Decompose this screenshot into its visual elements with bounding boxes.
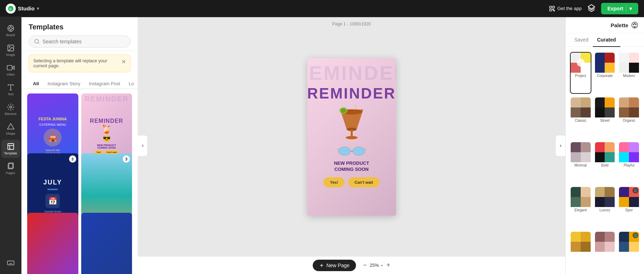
layers-button[interactable] bbox=[586, 3, 597, 14]
palette-swatch-elegant[interactable]: Elegant bbox=[570, 186, 591, 228]
palette-swatch-project[interactable]: ↻ Project bbox=[570, 52, 591, 94]
warning-banner: Selecting a template will replace your c… bbox=[29, 54, 131, 72]
swatch-label-13 bbox=[571, 252, 591, 254]
palette-icon bbox=[631, 21, 638, 29]
svg-point-37 bbox=[346, 136, 357, 139]
zoom-in-button[interactable]: + bbox=[386, 261, 390, 269]
canvas-preview[interactable]: REMINDER REMINDER bbox=[307, 58, 396, 216]
zoom-value: 25% bbox=[370, 263, 379, 268]
palette-tabs: Saved Curated bbox=[566, 33, 644, 47]
get-app-button[interactable]: Get the app bbox=[549, 5, 582, 12]
svg-point-20 bbox=[10, 106, 12, 108]
cta-cant-button[interactable]: Can't wait bbox=[348, 177, 380, 187]
palette-swatch-13[interactable] bbox=[570, 231, 591, 269]
template-panel-title: Templates bbox=[29, 23, 131, 31]
swatch-label-14 bbox=[595, 252, 615, 254]
palette-swatch-14[interactable] bbox=[594, 231, 616, 269]
svg-rect-26 bbox=[7, 261, 14, 265]
svg-line-45 bbox=[337, 149, 338, 150]
element-icon bbox=[7, 103, 15, 111]
palette-swatch-luxury[interactable]: Luxury bbox=[594, 186, 616, 228]
swatch-label-bold: Bold bbox=[595, 162, 615, 168]
layers-icon bbox=[587, 4, 595, 12]
svg-point-43 bbox=[352, 147, 365, 155]
panel-collapse-button[interactable] bbox=[138, 135, 148, 157]
shape-icon bbox=[7, 123, 15, 131]
swatch-label-street: Street bbox=[595, 117, 615, 124]
svg-point-9 bbox=[9, 27, 12, 29]
palette-tab-curated[interactable]: Curated bbox=[593, 33, 620, 47]
sidebar-item-image[interactable]: Image bbox=[1, 41, 20, 59]
new-page-button[interactable]: New Page bbox=[313, 260, 356, 271]
zoom-chevron-icon bbox=[380, 264, 384, 267]
swatch-label-modern: Modern bbox=[619, 73, 639, 79]
palette-swatch-15[interactable]: 🌐 bbox=[618, 231, 640, 269]
sidebar-item-video[interactable]: Video bbox=[1, 61, 20, 79]
export-button[interactable]: Export ▾ bbox=[601, 3, 638, 14]
sidebar-item-keyboard[interactable] bbox=[1, 256, 20, 270]
tab-instagram-post[interactable]: Instagram Post bbox=[84, 79, 124, 89]
tab-lo[interactable]: Lo bbox=[125, 79, 138, 89]
swatch-label-elegant: Elegant bbox=[571, 207, 591, 213]
export-chevron[interactable]: ▾ bbox=[626, 6, 632, 11]
refresh-icon: ↻ bbox=[577, 59, 585, 67]
sidebar-item-element[interactable]: Element bbox=[1, 100, 20, 119]
svg-point-51 bbox=[634, 23, 635, 24]
palette-swatch-corporate[interactable]: Corporate bbox=[594, 52, 616, 94]
template-card-6[interactable]: JULY ● ● ● bbox=[81, 213, 132, 274]
logo-dropdown[interactable]: ▾ bbox=[37, 6, 39, 11]
palette-tab-saved[interactable]: Saved bbox=[570, 33, 593, 47]
template-panel: Templates Selecting a template will repl… bbox=[21, 17, 138, 274]
palette-swatch-bold[interactable]: Bold bbox=[594, 141, 616, 183]
pages-icon bbox=[7, 162, 15, 170]
image-icon bbox=[7, 44, 15, 52]
sidebar-item-pages[interactable]: Pages bbox=[1, 159, 20, 178]
warning-close-button[interactable]: ✕ bbox=[121, 58, 126, 65]
logo[interactable]: G Studio ▾ bbox=[6, 4, 39, 14]
tab-instagram-story[interactable]: Instagram Story bbox=[43, 79, 85, 89]
right-panel-expand-button[interactable] bbox=[555, 135, 565, 157]
template-card-5[interactable]: Charity Donate Today bbox=[27, 213, 78, 274]
palette-swatch-playful[interactable]: Playful bbox=[618, 141, 640, 183]
palette-swatch-organic[interactable]: Organic bbox=[618, 97, 640, 139]
topbar-right: Get the app Export ▾ bbox=[549, 3, 638, 14]
palette-grid: ↻ Project Corporate bbox=[566, 47, 644, 274]
topbar-left: G Studio ▾ bbox=[6, 4, 39, 14]
svg-text:G: G bbox=[9, 7, 12, 10]
right-panel: Palette Saved Curated ↻ bbox=[565, 17, 644, 274]
new-page-label: New Page bbox=[326, 263, 350, 268]
palette-swatch-modern[interactable]: Modern bbox=[618, 52, 640, 94]
palette-swatch-minimal[interactable]: Minimal bbox=[570, 141, 591, 183]
zoom-out-button[interactable]: − bbox=[363, 261, 367, 269]
sidebar-item-template[interactable]: Template bbox=[1, 140, 20, 158]
icon-sidebar: Brand Image Video Text bbox=[0, 17, 21, 274]
reminder-title: REMINDER bbox=[307, 86, 396, 101]
zoom-controls: − 25% + bbox=[363, 261, 390, 269]
palette-label: Palette bbox=[611, 22, 628, 28]
swatch-label-playful: Playful bbox=[619, 162, 639, 168]
sidebar-item-shape[interactable]: Shape bbox=[1, 120, 20, 138]
svg-point-41 bbox=[341, 108, 346, 113]
palette-swatch-street[interactable]: Street bbox=[594, 97, 616, 139]
sidebar-item-brand-kit[interactable]: Brand bbox=[1, 21, 20, 40]
canvas-area: Page 1 - 1080x1920 REMINDER REMINDER bbox=[138, 17, 565, 274]
tab-all[interactable]: All bbox=[29, 79, 43, 89]
chevron-left-icon bbox=[141, 144, 145, 148]
product-coming-soon-text: NEW PRODUCTCOMING SOON bbox=[334, 160, 369, 173]
plus-icon bbox=[319, 263, 324, 268]
sidebar-label-element: Element bbox=[5, 112, 16, 116]
search-box[interactable] bbox=[29, 35, 131, 48]
swatch-label-corporate: Corporate bbox=[595, 73, 615, 79]
palette-swatch-sport[interactable]: 🌐 Spor bbox=[618, 186, 640, 228]
cta-yes-button[interactable]: Yes! bbox=[323, 177, 345, 187]
svg-point-42 bbox=[338, 147, 351, 155]
qr-icon bbox=[549, 5, 555, 12]
svg-rect-2 bbox=[550, 6, 551, 8]
zoom-display[interactable]: 25% bbox=[370, 263, 384, 268]
search-input[interactable] bbox=[43, 39, 125, 44]
sport-badge: 🌐 bbox=[633, 188, 638, 193]
sidebar-item-text[interactable]: Text bbox=[1, 81, 20, 99]
cta-buttons: Yes! Can't wait bbox=[323, 177, 379, 187]
template-grid: FESTA JUNINA CATERING MENU 🎪 SALA R/ NMJ… bbox=[21, 89, 138, 274]
palette-swatch-classic[interactable]: Classic bbox=[570, 97, 591, 139]
